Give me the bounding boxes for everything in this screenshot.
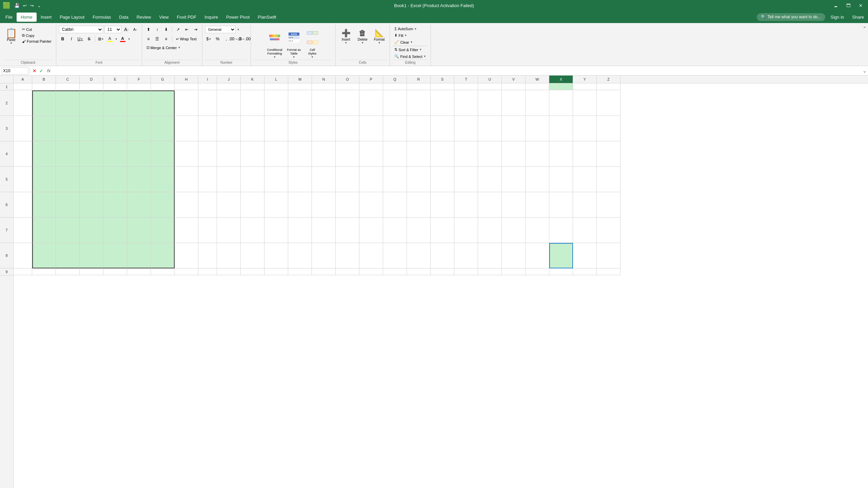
merge-center-button[interactable]: ⊡ Merge & Center ▼ (145, 45, 182, 50)
col-header-J[interactable]: J (217, 76, 241, 83)
cell-A6[interactable] (14, 192, 32, 218)
col-header-B[interactable]: B (32, 76, 56, 83)
cell-G7[interactable] (151, 218, 175, 243)
format-as-table-button[interactable]: ■ ■ ■ ▪▪▪ ▪▪▪ Format asTable ▼ (285, 26, 303, 60)
cell-D1[interactable] (80, 83, 103, 90)
cell-W1[interactable] (526, 83, 549, 90)
cell-N6[interactable] (312, 192, 336, 218)
cell-U2[interactable] (478, 90, 502, 116)
col-header-F[interactable]: F (127, 76, 151, 83)
font-color-dropdown[interactable]: ▼ (128, 38, 131, 41)
cell-F2[interactable] (127, 90, 151, 116)
undo-button[interactable]: ↩ (22, 2, 28, 9)
cell-X2[interactable] (549, 90, 573, 116)
cell-L6[interactable] (264, 192, 288, 218)
cell-X3[interactable] (549, 116, 573, 141)
menu-home[interactable]: Home (17, 13, 37, 22)
cell-T1[interactable] (454, 83, 478, 90)
number-format-dropdown[interactable]: ▼ (237, 28, 240, 31)
cell-D2[interactable] (80, 90, 103, 116)
cell-T7[interactable] (454, 218, 478, 243)
cell-S1[interactable] (431, 83, 454, 90)
cell-P6[interactable] (359, 192, 383, 218)
cell-N7[interactable] (312, 218, 336, 243)
cell-P9[interactable] (359, 268, 383, 275)
col-header-P[interactable]: P (359, 76, 383, 83)
cell-S3[interactable] (431, 116, 454, 141)
cell-J9[interactable] (217, 268, 241, 275)
cell-D6[interactable] (80, 192, 103, 218)
cell-E1[interactable] (103, 83, 127, 90)
menu-review[interactable]: Review (133, 13, 155, 22)
cell-A5[interactable] (14, 167, 32, 192)
menu-power-pivot[interactable]: Power Pivot (222, 13, 254, 22)
cell-A8[interactable] (14, 243, 32, 268)
col-header-M[interactable]: M (288, 76, 312, 83)
row-num-6[interactable]: 6 (0, 192, 13, 218)
cell-W3[interactable] (526, 116, 549, 141)
cell-Z2[interactable] (597, 90, 620, 116)
cell-O7[interactable] (336, 218, 359, 243)
align-left-button[interactable]: ≡ (145, 35, 152, 43)
cell-Z9[interactable] (597, 268, 620, 275)
format-dropdown-icon[interactable]: ▼ (378, 41, 381, 44)
cell-A2[interactable] (14, 90, 32, 116)
menu-inquire[interactable]: Inquire (200, 13, 222, 22)
cell-K8[interactable] (241, 243, 264, 268)
delete-button[interactable]: 🗑 Delete ▼ (355, 26, 370, 47)
bold-button[interactable]: B (59, 35, 66, 43)
text-direction-button[interactable]: ↗ (174, 26, 182, 33)
cell-J2[interactable] (217, 90, 241, 116)
cell-H4[interactable] (175, 141, 198, 167)
cell-C9[interactable] (56, 268, 80, 275)
cell-M5[interactable] (288, 167, 312, 192)
cell-M1[interactable] (288, 83, 312, 90)
share-button[interactable]: Share (849, 13, 867, 21)
col-header-R[interactable]: R (407, 76, 431, 83)
menu-insert[interactable]: Insert (37, 13, 56, 22)
cell-R8[interactable] (407, 243, 431, 268)
cell-V4[interactable] (502, 141, 526, 167)
cell-D3[interactable] (80, 116, 103, 141)
cell-F8[interactable] (127, 243, 151, 268)
cell-E8[interactable] (103, 243, 127, 268)
cell-C4[interactable] (56, 141, 80, 167)
strikethrough-button[interactable]: S (85, 35, 93, 43)
tell-me-input[interactable]: 🔍 Tell me what you want to do... (757, 13, 825, 21)
col-header-L[interactable]: L (264, 76, 288, 83)
cell-D4[interactable] (80, 141, 103, 167)
cell-Y1[interactable] (573, 83, 597, 90)
cell-B8[interactable] (32, 243, 56, 268)
cell-S6[interactable] (431, 192, 454, 218)
col-header-Y[interactable]: Y (573, 76, 597, 83)
cell-U4[interactable] (478, 141, 502, 167)
cell-V3[interactable] (502, 116, 526, 141)
align-bottom-button[interactable]: ⬇ (162, 26, 170, 33)
paste-button[interactable]: 📋 Paste ▼ (3, 26, 20, 47)
cell-E7[interactable] (103, 218, 127, 243)
cell-V8[interactable] (502, 243, 526, 268)
cell-N1[interactable] (312, 83, 336, 90)
cell-I1[interactable] (198, 83, 217, 90)
cut-button[interactable]: ✂ Cut (20, 26, 53, 32)
select-all-button[interactable] (0, 76, 14, 83)
clear-button[interactable]: 🧹 Clear ▼ (393, 39, 414, 45)
cell-R5[interactable] (407, 167, 431, 192)
sort-filter-button[interactable]: ⇅ Sort & Filter ▼ (393, 46, 423, 53)
row-num-5[interactable]: 5 (0, 167, 13, 192)
cell-Y7[interactable] (573, 218, 597, 243)
cell-A3[interactable] (14, 116, 32, 141)
cell-J7[interactable] (217, 218, 241, 243)
cell-B4[interactable] (32, 141, 56, 167)
font-size-select[interactable]: 11 (104, 26, 121, 33)
autosum-button[interactable]: Σ AutoSum ▼ (393, 26, 418, 32)
cell-H5[interactable] (175, 167, 198, 192)
cell-G6[interactable] (151, 192, 175, 218)
cell-styles-button[interactable]: CellStyles ▼ (304, 26, 321, 60)
cell-U5[interactable] (478, 167, 502, 192)
cell-D8[interactable] (80, 243, 103, 268)
sign-in-button[interactable]: Sign in (828, 13, 847, 21)
underline-button[interactable]: U ▼ (77, 35, 84, 43)
cell-G9[interactable] (151, 268, 175, 275)
cell-L2[interactable] (264, 90, 288, 116)
